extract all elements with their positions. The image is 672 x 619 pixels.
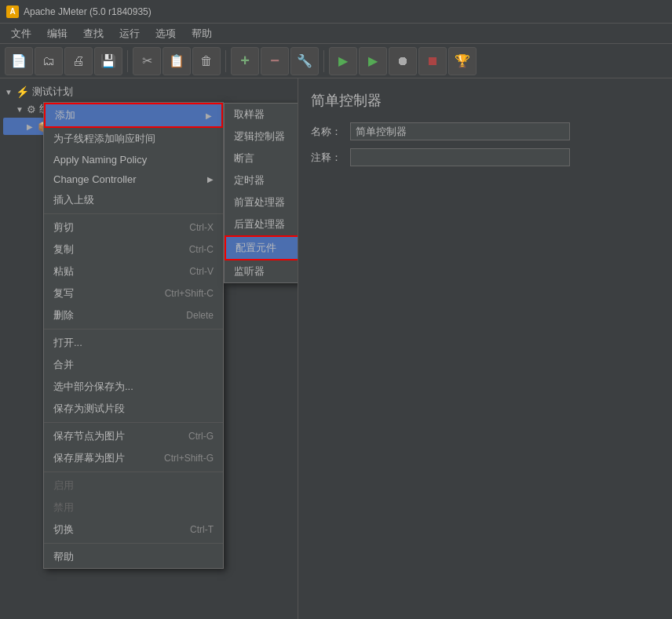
toolbar-run[interactable]: ▶: [329, 47, 357, 75]
toolbar: 📄 🗂 🖨 💾 ✂ 📋 🗑 + − 🔧 ▶ ▶ ⏺ ⏹ 🏆: [0, 44, 672, 78]
ctx-disable-label: 禁用: [53, 501, 74, 515]
tree-arrow-test-plan: ▼: [5, 88, 13, 96]
toolbar-cut[interactable]: ✂: [133, 47, 161, 75]
ctx-save-fragment[interactable]: 保存为测试片段: [44, 398, 223, 420]
menu-file[interactable]: 文件: [3, 24, 39, 43]
ctx-duplicate-label: 复写: [53, 286, 74, 300]
ctx-save-selection[interactable]: 选中部分保存为...: [44, 376, 223, 398]
toolbar-stop[interactable]: ⏹: [418, 47, 447, 75]
ctx-sep2: [44, 329, 223, 330]
ctx-add-response-time[interactable]: 为子线程添加响应时间: [44, 128, 223, 150]
ctx-apply-naming-label: Apply Naming Policy: [53, 154, 147, 166]
ctx-save-node-img[interactable]: 保存节点为图片 Ctrl-G: [44, 425, 223, 447]
ctx-enable-label: 启用: [53, 479, 74, 493]
toolbar-add[interactable]: +: [231, 47, 259, 75]
submenu-add-post-processor[interactable]: 后置处理器 ▶: [225, 213, 298, 235]
thread-group-icon: ⚙: [27, 104, 36, 115]
tree-arrow-thread-group: ▼: [16, 105, 24, 114]
toolbar-sep3: [323, 50, 324, 72]
ctx-paste[interactable]: 粘贴 Ctrl-V: [44, 260, 223, 282]
toolbar-config[interactable]: 🔧: [290, 47, 319, 75]
ctx-cut-label: 剪切: [53, 220, 74, 235]
submenu-add-pre-processor-label: 前置处理器: [234, 195, 285, 209]
submenu-add-pre-processor[interactable]: 前置处理器 ▶: [225, 191, 298, 213]
form-label-comment: 注释：: [311, 151, 350, 165]
ctx-toggle-label: 切换: [53, 523, 74, 537]
toolbar-sep1: [127, 50, 128, 72]
ctx-help[interactable]: 帮助: [44, 546, 223, 568]
submenu-add-post-processor-label: 后置处理器: [234, 217, 285, 231]
toolbar-save[interactable]: 💾: [94, 47, 122, 75]
ctx-sep5: [44, 543, 223, 544]
ctx-merge[interactable]: 合并: [44, 354, 223, 376]
ctx-copy-shortcut: Ctrl-C: [189, 244, 214, 255]
ctx-add-label: 添加: [55, 108, 75, 122]
toolbar-template[interactable]: 🗂: [35, 47, 63, 75]
test-plan-icon: ⚡: [16, 86, 29, 98]
ctx-delete-label: 删除: [53, 308, 74, 322]
ctx-apply-naming[interactable]: Apply Naming Policy: [44, 150, 223, 169]
left-panel: ▼ ⚡ 测试计划 ▼ ⚙ 线程组 ▶ 📦 简单... 添加 ▶: [0, 78, 298, 619]
ctx-sep1: [44, 213, 223, 214]
form-label-name: 名称：: [311, 125, 350, 139]
menu-options[interactable]: 选项: [148, 24, 184, 43]
ctx-save-fragment-label: 保存为测试片段: [53, 402, 125, 416]
panel-title: 简单控制器: [311, 91, 659, 110]
ctx-sep4: [44, 472, 223, 472]
toolbar-new[interactable]: 📄: [5, 47, 33, 75]
submenu-add-sampler-label: 取样器: [234, 107, 265, 122]
ctx-insert-parent-label: 插入上级: [53, 193, 94, 207]
submenu-add-logic[interactable]: 逻辑控制器 ▶: [225, 126, 298, 147]
ctx-copy[interactable]: 复制 Ctrl-C: [44, 238, 223, 260]
submenu-add-assertion[interactable]: 断言 ▶: [225, 147, 298, 169]
submenu-add-listener[interactable]: 监听器 ▶: [225, 260, 298, 282]
tree-item-test-plan[interactable]: ▼ ⚡ 测试计划: [3, 83, 294, 100]
ctx-change-controller[interactable]: Change Controller ▶: [44, 169, 223, 189]
ctx-sep3: [44, 422, 223, 423]
ctx-toggle-shortcut: Ctrl-T: [190, 524, 214, 535]
menu-edit[interactable]: 编辑: [39, 24, 75, 43]
form-input-comment[interactable]: [350, 148, 570, 166]
ctx-save-node-img-label: 保存节点为图片: [53, 429, 125, 443]
ctx-save-node-img-shortcut: Ctrl-G: [188, 431, 214, 442]
menu-bar: 文件 编辑 查找 运行 选项 帮助: [0, 24, 672, 44]
toolbar-delete[interactable]: 🗑: [192, 47, 221, 75]
title-bar-text: Apache JMeter (5.0 r1840935): [24, 6, 152, 17]
ctx-paste-label: 粘贴: [53, 264, 74, 279]
ctx-duplicate-shortcut: Ctrl+Shift-C: [165, 288, 214, 299]
ctx-add[interactable]: 添加 ▶: [44, 103, 223, 128]
submenu-add-config[interactable]: 配置元件 ▶: [225, 235, 298, 260]
toolbar-print[interactable]: 🖨: [64, 47, 93, 75]
toolbar-copy[interactable]: 📋: [163, 47, 191, 75]
menu-help[interactable]: 帮助: [184, 24, 220, 43]
app-icon: A: [6, 5, 19, 18]
form-row-comment: 注释：: [311, 148, 659, 166]
ctx-open[interactable]: 打开...: [44, 332, 223, 354]
ctx-merge-label: 合并: [53, 358, 74, 372]
ctx-cut-shortcut: Ctrl-X: [189, 222, 214, 233]
submenu-add-timer[interactable]: 定时器 ▶: [225, 169, 298, 191]
ctx-help-label: 帮助: [53, 550, 74, 564]
toolbar-remove[interactable]: −: [261, 47, 289, 75]
ctx-duplicate[interactable]: 复写 Ctrl+Shift-C: [44, 282, 223, 304]
ctx-toggle[interactable]: 切换 Ctrl-T: [44, 519, 223, 541]
toolbar-trophy[interactable]: 🏆: [448, 47, 477, 75]
ctx-copy-label: 复制: [53, 242, 74, 257]
ctx-open-label: 打开...: [53, 336, 82, 350]
menu-find[interactable]: 查找: [75, 24, 111, 43]
tree-label-test-plan: 测试计划: [32, 85, 73, 99]
form-input-name[interactable]: [350, 122, 570, 140]
ctx-save-screen-img[interactable]: 保存屏幕为图片 Ctrl+Shift-G: [44, 447, 223, 469]
toolbar-pause[interactable]: ⏺: [389, 47, 417, 75]
menu-run[interactable]: 运行: [111, 24, 148, 43]
ctx-cut[interactable]: 剪切 Ctrl-X: [44, 217, 223, 238]
ctx-paste-shortcut: Ctrl-V: [189, 266, 214, 277]
ctx-disable: 禁用: [44, 497, 223, 519]
toolbar-run-selected[interactable]: ▶: [359, 47, 387, 75]
ctx-insert-parent[interactable]: 插入上级: [44, 189, 223, 211]
submenu-add-logic-label: 逻辑控制器: [234, 129, 285, 144]
ctx-save-screen-img-label: 保存屏幕为图片: [53, 451, 125, 465]
ctx-delete[interactable]: 删除 Delete: [44, 304, 223, 326]
submenu-add-sampler[interactable]: 取样器 ▶: [225, 104, 298, 126]
main-layout: ▼ ⚡ 测试计划 ▼ ⚙ 线程组 ▶ 📦 简单... 添加 ▶: [0, 78, 672, 619]
